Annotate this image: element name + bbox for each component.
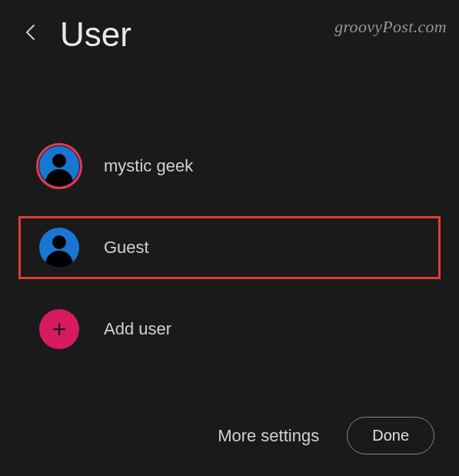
done-button[interactable]: Done bbox=[347, 417, 434, 454]
page-title: User bbox=[60, 15, 131, 54]
user-row-mystic-geek[interactable]: mystic geek bbox=[18, 135, 441, 198]
user-label: mystic geek bbox=[104, 156, 193, 176]
more-settings-button[interactable]: More settings bbox=[218, 426, 319, 446]
watermark-text: groovyPost.com bbox=[334, 17, 447, 37]
add-user-row[interactable]: + Add user bbox=[18, 298, 441, 361]
back-button[interactable] bbox=[18, 18, 42, 52]
add-user-label: Add user bbox=[104, 319, 171, 339]
current-user-ring bbox=[36, 143, 82, 189]
user-row-guest[interactable]: Guest bbox=[18, 216, 441, 279]
add-icon: + bbox=[39, 309, 79, 349]
user-label: Guest bbox=[104, 238, 149, 258]
avatar-icon bbox=[39, 228, 79, 268]
